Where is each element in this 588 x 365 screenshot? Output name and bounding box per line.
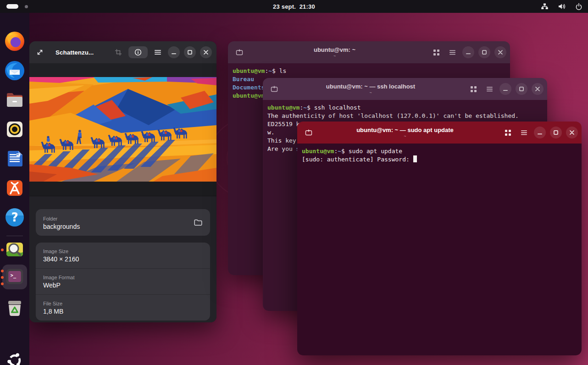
terminal-text-segment: ubuntu@vm <box>302 148 334 155</box>
new-tab-button[interactable] <box>268 83 280 95</box>
files-icon <box>4 89 26 111</box>
rhythmbox-icon <box>4 118 26 140</box>
dock-item-firefox[interactable] <box>4 30 26 52</box>
dock-item-libreoffice-writer[interactable] <box>4 148 26 170</box>
image-viewer-headerbar[interactable]: Schattenzu... <box>29 41 216 63</box>
power-icon[interactable] <box>575 3 582 10</box>
svg-text:>_: >_ <box>11 273 17 278</box>
image-viewer-window: Schattenzu... <box>29 41 216 322</box>
terminal-text-segment: Bureau <box>233 76 254 83</box>
terminal-text-segment: $ ssh localhost <box>307 104 361 111</box>
new-tab-button[interactable] <box>303 127 315 138</box>
tab-overview-button[interactable] <box>430 46 442 58</box>
system-status-area[interactable] <box>541 0 582 13</box>
window-title: ubuntu@vm: ~ <box>260 46 409 53</box>
maximize-button[interactable] <box>550 127 562 138</box>
property-file-size: File Size 1,8 MB <box>36 294 210 321</box>
dock-item-trash[interactable] <box>4 297 26 319</box>
dock-item-files[interactable] <box>4 89 26 111</box>
close-button[interactable] <box>566 127 578 138</box>
menu-button[interactable] <box>446 46 458 58</box>
terminal-line: The authenticity of host 'localhost (127… <box>267 112 543 120</box>
thunderbird-icon <box>4 60 26 82</box>
terminal-title-area: ubuntu@vm: ~ — sudo apt update ~ <box>329 127 481 138</box>
running-indicator-terminal <box>1 270 4 272</box>
running-indicator-terminal <box>1 282 4 285</box>
dock-item-help[interactable]: ? <box>4 206 26 228</box>
terminal-line: [sudo: authenticate] Password: <box>302 155 577 164</box>
dock-item-rhythmbox[interactable] <box>4 118 26 140</box>
terminal-title-area: ubuntu@vm: ~ ~ <box>260 46 409 58</box>
minimize-button[interactable] <box>462 46 474 58</box>
properties-toggle-button[interactable] <box>128 46 148 58</box>
close-button[interactable] <box>200 46 212 58</box>
network-icon[interactable] <box>541 3 549 10</box>
terminal-text-segment: ~ <box>338 148 341 155</box>
maximize-button[interactable] <box>184 46 196 58</box>
terminal-headerbar[interactable]: ubuntu@vm: ~ — ssh localhost ~ <box>263 78 547 100</box>
properties-panel: Folder backgrounds Image Size 3840 × 216… <box>29 209 216 322</box>
property-value: backgrounds <box>43 223 194 230</box>
tab-overview-button[interactable] <box>467 83 479 95</box>
terminal-text-segment: This key <box>267 137 300 144</box>
terminal-cursor <box>413 155 417 162</box>
maximize-button[interactable] <box>478 46 490 58</box>
terminal-text-segment: Are you s <box>267 145 300 152</box>
help-icon: ? <box>4 206 26 228</box>
volume-icon[interactable] <box>558 3 566 10</box>
terminal-text-segment: ED25519 k <box>267 121 300 127</box>
close-button[interactable] <box>494 46 506 58</box>
terminal-text-segment: w. <box>267 129 275 136</box>
dock-item-app-center[interactable] <box>4 177 26 199</box>
new-tab-button[interactable] <box>233 46 245 58</box>
minimize-button[interactable] <box>168 46 180 58</box>
menu-button[interactable] <box>483 83 495 95</box>
terminal-headerbar[interactable]: ubuntu@vm: ~ — sudo apt update ~ <box>297 122 582 144</box>
property-label: File Size <box>43 301 203 306</box>
terminal-content[interactable]: ubuntu@vm:~$ sudo apt update [sudo: auth… <box>297 144 582 355</box>
firefox-icon <box>4 30 26 52</box>
terminal-text-segment: [sudo: authenticate] Password: <box>302 156 413 163</box>
terminal-text-segment: $ ls <box>272 67 286 74</box>
terminal-text-segment: $ sudo apt update <box>341 148 402 155</box>
dock-item-terminal[interactable]: >_ <box>5 266 25 287</box>
dock-separator <box>6 236 23 236</box>
viewer-letterbox <box>29 182 216 196</box>
viewer-letterbox <box>29 63 216 77</box>
window-subtitle: ~ <box>295 90 446 95</box>
menu-button[interactable] <box>152 46 164 58</box>
dock-item-show-apps[interactable] <box>6 351 24 365</box>
property-group: Image Size 3840 × 2160 Image Format WebP… <box>36 243 210 321</box>
minimize-button[interactable] <box>499 83 511 95</box>
wallpaper-image <box>29 77 216 182</box>
property-label: Folder <box>43 216 194 221</box>
terminal-icon: >_ <box>5 266 25 287</box>
window-title: ubuntu@vm: ~ — sudo apt update <box>329 127 481 133</box>
terminal-title-area: ubuntu@vm: ~ — ssh localhost ~ <box>295 83 446 95</box>
open-folder-icon[interactable] <box>194 218 203 227</box>
window-title: ubuntu@vm: ~ — ssh localhost <box>295 83 446 90</box>
property-value: WebP <box>43 282 203 289</box>
tab-overview-button[interactable] <box>502 127 514 138</box>
window-subtitle: ~ <box>329 134 481 138</box>
window-subtitle: ~ <box>260 54 409 58</box>
image-viewer-icon <box>4 238 26 260</box>
terminal-text-segment: ~ <box>268 67 272 74</box>
fullscreen-button[interactable] <box>34 46 46 58</box>
terminal-text-segment: Documents <box>233 84 265 91</box>
terminal-headerbar[interactable]: ubuntu@vm: ~ ~ <box>228 41 510 63</box>
dock-item-thunderbird[interactable] <box>4 60 26 82</box>
close-button[interactable] <box>532 83 544 95</box>
clock[interactable]: 23 sept. 21:30 <box>0 3 588 10</box>
property-value: 1,8 MB <box>43 308 203 315</box>
property-folder[interactable]: Folder backgrounds <box>36 209 210 236</box>
crop-icon <box>112 46 124 58</box>
property-image-size: Image Size 3840 × 2160 <box>36 243 210 268</box>
dock-item-image-viewer[interactable] <box>4 238 26 260</box>
menu-button[interactable] <box>518 127 530 138</box>
minimize-button[interactable] <box>534 127 546 138</box>
terminal-line: ubuntu@vm:~$ sudo apt update <box>302 147 577 155</box>
writer-icon <box>4 148 26 170</box>
maximize-button[interactable] <box>516 83 527 95</box>
window-title: Schattenzu... <box>55 49 94 56</box>
